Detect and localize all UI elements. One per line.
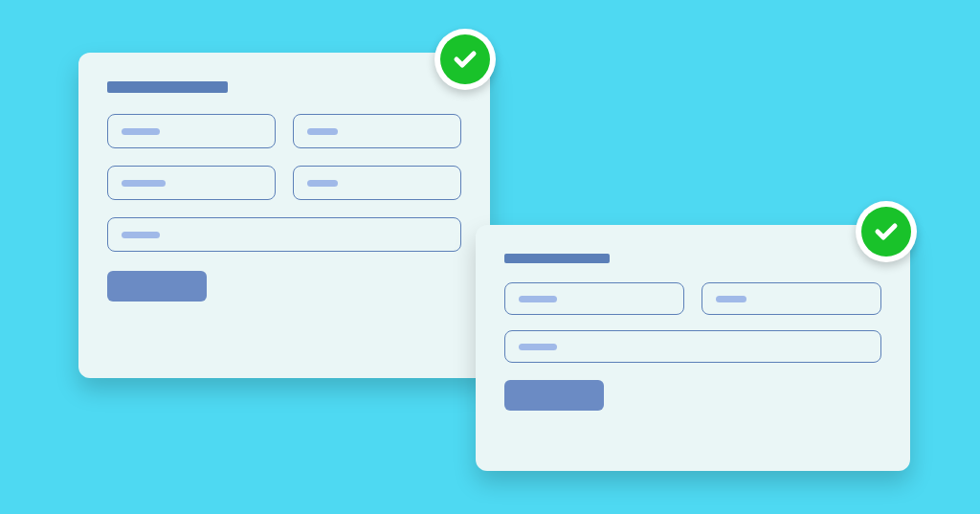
text-input[interactable] <box>504 282 684 315</box>
field-row <box>504 282 881 315</box>
field-row <box>107 114 461 148</box>
success-badge <box>434 29 496 90</box>
field-row <box>504 330 881 363</box>
form-heading <box>107 81 228 93</box>
placeholder-content <box>122 128 160 135</box>
placeholder-content <box>519 344 557 350</box>
checkmark-icon <box>451 45 479 74</box>
submit-button[interactable] <box>107 271 207 302</box>
text-input[interactable] <box>293 114 461 148</box>
text-input[interactable] <box>293 166 461 200</box>
text-input[interactable] <box>107 114 276 148</box>
submit-button[interactable] <box>504 380 604 411</box>
placeholder-content <box>307 128 338 135</box>
checkmark-icon <box>872 217 901 246</box>
success-badge <box>856 201 917 262</box>
form-card-a <box>78 53 490 378</box>
text-input[interactable] <box>504 330 881 363</box>
text-input[interactable] <box>107 166 276 200</box>
text-input[interactable] <box>107 217 461 252</box>
field-row <box>107 217 461 252</box>
placeholder-content <box>519 296 557 302</box>
text-input[interactable] <box>702 282 881 315</box>
badge-circle <box>440 34 490 84</box>
placeholder-content <box>122 232 160 238</box>
placeholder-content <box>307 180 338 187</box>
field-row <box>107 166 461 200</box>
badge-circle <box>861 207 911 257</box>
form-heading <box>504 254 610 263</box>
placeholder-content <box>716 296 746 302</box>
form-card-b <box>476 225 910 471</box>
placeholder-content <box>122 180 166 187</box>
